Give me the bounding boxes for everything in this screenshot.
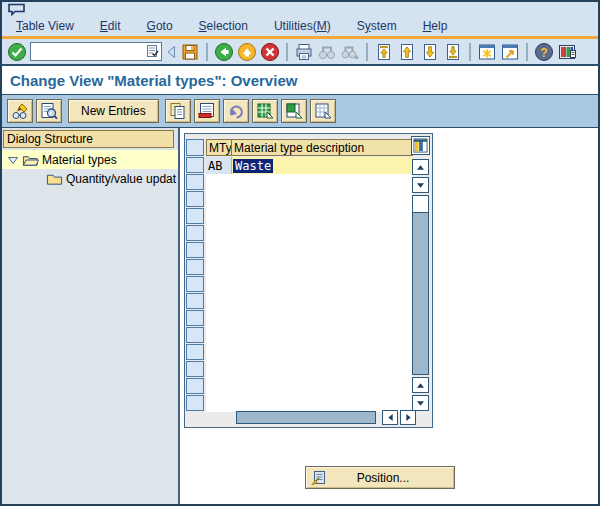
sap-window: Table ViewEditGotoSelectionUtilities(M)S… [0,0,600,506]
position-button-label: Position... [326,471,454,485]
arrow-up-icon [416,382,425,389]
row-selector[interactable] [186,395,204,411]
arrow-up-icon [416,164,425,171]
select-all-button[interactable] [252,99,278,123]
dialog-structure-header: Dialog Structure [3,130,174,148]
new-entries-label: New Entries [81,104,146,118]
row-selector[interactable] [186,191,204,207]
row-selector-column [186,139,204,412]
toolbar-separator [366,43,368,61]
customize-layout-icon[interactable] [557,42,577,62]
menu-item-system[interactable]: System [357,19,397,33]
back-icon[interactable] [214,42,234,62]
command-history-icon[interactable] [147,45,159,58]
toolbar-separator [526,43,528,61]
window-top-strip [2,2,598,16]
row-selector[interactable] [186,310,204,326]
arrow-left-icon [387,413,394,422]
tree-item-label: Material types [42,153,117,167]
application-toolbar: New Entries [2,95,598,127]
collapse-command-field-icon[interactable] [165,44,177,60]
select-all-rows-cell[interactable] [186,139,204,156]
column-header-mtyp: MTyp [206,139,232,156]
undo-button[interactable] [223,99,249,123]
horizontal-scrollbar-thumb[interactable] [236,411,376,424]
row-selector[interactable] [186,361,204,377]
row-selector[interactable] [186,276,204,292]
tree-item-quantity-value-updating[interactable]: Quantity/value updat [2,169,178,188]
exit-icon[interactable] [237,42,257,62]
enter-icon[interactable] [7,42,27,62]
tree-item-label: Quantity/value updat [66,172,176,186]
row-selector[interactable] [186,157,204,173]
tree-item-material-types[interactable]: Material types [2,150,178,169]
select-block-button[interactable] [281,99,307,123]
sap-screen-icon [7,3,27,16]
page-down-scroll-button[interactable] [412,395,429,411]
first-page-icon[interactable] [374,42,394,62]
undo-icon [226,101,246,121]
svg-text:?: ? [540,45,547,59]
row-selector[interactable] [186,344,204,360]
toolbar-separator [206,43,208,61]
pencil-glasses-icon [10,101,30,121]
page-title: Change View "Material types": Overview [10,72,297,89]
find-next-icon [340,42,360,62]
menu-item-edit[interactable]: Edit [100,19,121,33]
page-up-scroll-button[interactable] [412,377,429,393]
delete-button[interactable] [194,99,220,123]
dialog-structure-tree: Material types Quantity/value updat [2,150,178,188]
cancel-icon[interactable] [260,42,280,62]
menu-item-table-view[interactable]: Table View [16,19,74,33]
last-page-icon[interactable] [443,42,463,62]
create-shortcut-icon[interactable] [500,42,520,62]
find-icon [317,42,337,62]
content-area: MTyp Material type description AB Waste [180,128,598,504]
copy-icon [168,101,188,121]
row-selector[interactable] [186,208,204,224]
scroll-right-button[interactable] [400,410,416,425]
delete-row-icon [197,101,217,121]
row-selector[interactable] [186,225,204,241]
cell-description[interactable]: Waste [232,157,413,174]
cell-mtyp[interactable]: AB [206,157,232,174]
row-selector[interactable] [186,174,204,190]
print-icon[interactable] [294,42,314,62]
row-selector[interactable] [186,242,204,258]
table-config-icon [413,138,428,153]
menu-item-selection[interactable]: Selection [199,19,248,33]
save-icon[interactable] [180,42,200,62]
arrow-right-icon [405,413,412,422]
new-entries-button[interactable]: New Entries [68,99,159,123]
position-icon [310,470,326,486]
table-row: AB Waste [206,157,413,174]
menu-item-help[interactable]: Help [423,19,448,33]
deselect-all-icon [313,101,333,121]
dialog-structure-panel: Dialog Structure Material types [2,128,180,504]
new-session-icon[interactable] [477,42,497,62]
scroll-up-button[interactable] [412,159,429,175]
overview-button[interactable] [36,99,62,123]
copy-as-button[interactable] [165,99,191,123]
toggle-display-change-button[interactable] [7,99,33,123]
table-configuration-button[interactable] [411,136,430,155]
row-selector[interactable] [186,293,204,309]
column-header-description: Material type description [232,139,413,156]
vertical-scrollbar-track[interactable] [412,195,429,375]
vertical-scrollbar-thumb[interactable] [413,196,428,213]
expander-open-icon[interactable] [7,154,19,166]
command-field[interactable] [30,42,162,61]
deselect-all-button[interactable] [310,99,336,123]
position-button[interactable]: Position... [305,466,455,489]
scroll-left-button[interactable] [382,410,398,425]
page-up-icon[interactable] [397,42,417,62]
page-down-icon[interactable] [420,42,440,62]
row-selector[interactable] [186,259,204,275]
row-selector[interactable] [186,378,204,394]
scroll-down-button[interactable] [412,177,429,193]
help-icon[interactable]: ? [534,42,554,62]
vertical-scrollbar [411,136,430,411]
row-selector[interactable] [186,327,204,343]
menu-item-goto[interactable]: Goto [147,19,173,33]
menu-item-utilities-m[interactable]: Utilities(M) [274,19,331,33]
